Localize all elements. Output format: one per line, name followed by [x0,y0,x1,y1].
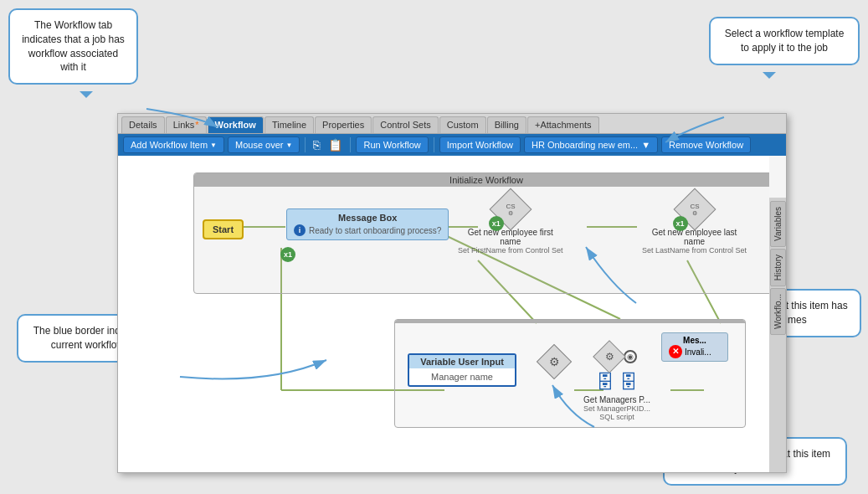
side-tab-variables[interactable]: Variables [770,201,786,247]
toolbar: Add Workflow Item ▼ Mouse over ▼ ⎘ 📋 Run… [118,134,786,156]
side-tab-workflow[interactable]: Workflo... [770,288,786,335]
message-box-title: Message Box [294,213,441,223]
first-name-x1-badge: x1 [489,216,504,231]
first-name-sublabel: Set FirstName from Control Set [458,246,563,255]
message-box-node[interactable]: Message Box i Ready to start onboarding … [286,208,449,240]
get-managers-node[interactable]: ⚙ ◉ 🗄 🗄 Get Managers P... Set ManagerPKI… [583,345,650,421]
import-workflow-button[interactable]: Import Workflow [439,136,521,153]
copy-icon-button[interactable]: ⎘ [311,137,322,152]
run-workflow-button[interactable]: Run Workflow [356,136,428,153]
message-box-body: i Ready to start onboarding process? [294,224,441,236]
workflow-canvas[interactable]: Initialize Workflow Start Message Box i … [118,156,769,472]
gear-diamond-1: ⚙ [537,344,572,379]
tab-properties[interactable]: Properties [315,116,372,133]
tab-timeline[interactable]: Timeline [265,116,314,133]
message-box-x1-badge: x1 [280,247,295,262]
get-managers-gear: ⚙ [593,340,626,373]
workflow-canvas-area: Initialize Workflow Start Message Box i … [118,156,786,472]
tab-links[interactable]: Links [166,116,207,133]
tab-workflow[interactable]: Workflow [208,116,264,133]
mouse-over-button[interactable]: Mouse over ▼ [228,136,300,153]
variable-user-input-node[interactable]: Variable User Input Manager name [408,353,516,387]
callout-workflow-tab-text: The Workflow tab indicates that a job ha… [22,19,125,73]
last-name-sublabel: Set LastName from Control Set [642,246,747,255]
hr-onboarding-arrow: ▼ [641,140,650,150]
tab-billing[interactable]: Billing [487,116,526,133]
tab-attachments[interactable]: +Attachments [527,116,599,133]
workflow-group-2: Mes... ✕ Invali... Variable User Input M… [394,319,746,428]
toolbar-separator-1 [305,137,306,152]
callout-select-template-text: Select a workflow template to apply it t… [725,28,845,54]
workflow-group-initialize: Initialize Workflow Start Message Box i … [193,172,769,294]
start-node[interactable]: Start [203,219,244,239]
side-tab-history[interactable]: History [770,249,786,286]
mouse-over-arrow: ▼ [286,142,293,149]
callout-workflow-tab: The Workflow tab indicates that a job ha… [8,8,138,85]
get-managers-sublabel2: SQL script [599,413,634,421]
tab-custom[interactable]: Custom [439,116,486,133]
group-initialize-title: Initialize Workflow [194,173,769,187]
error-badge: ✕ [669,345,682,358]
paste-icon-button[interactable]: 📋 [326,137,345,152]
last-name-x1-badge: x1 [673,216,688,231]
tab-details[interactable]: Details [121,116,165,133]
gear-node-1[interactable]: ⚙ [542,349,567,374]
hr-onboarding-dropdown[interactable]: HR Onboarding new em... ▼ [524,136,658,153]
tab-control-sets[interactable]: Control Sets [372,116,439,133]
app-window: Details Links Workflow Timeline Properti… [117,113,787,473]
toolbar-separator-2 [350,137,351,152]
remove-workflow-button[interactable]: Remove Workflow [661,136,751,153]
side-panel: Variables History Workflo... [769,198,786,472]
get-managers-sublabel: Set ManagerPKID... [583,404,650,413]
toolbar-separator-3 [434,137,434,152]
get-last-name-node[interactable]: CS ⚙ x1 Get new employee last name Set L… [642,194,747,255]
group2-title [395,320,745,323]
silent-db-icon: 🗄 [619,373,638,392]
add-workflow-item-arrow: ▼ [210,142,217,149]
info-icon: i [294,224,306,236]
callout-select-template: Select a workflow template to apply it t… [709,17,860,65]
tab-bar: Details Links Workflow Timeline Properti… [118,114,786,134]
invalid-node[interactable]: Mes... ✕ Invali... [661,332,728,362]
get-first-name-node[interactable]: CS ⚙ x1 Get new employee first name Set … [458,194,563,255]
variable-body: Manager name [416,372,508,382]
get-managers-label: Get Managers P... [583,395,650,404]
db-icon: 🗄 [596,373,614,392]
invalid-node-box: Mes... ✕ Invali... [661,332,728,362]
variable-title: Variable User Input [409,355,515,368]
add-workflow-item-button[interactable]: Add Workflow Item ▼ [123,136,224,153]
